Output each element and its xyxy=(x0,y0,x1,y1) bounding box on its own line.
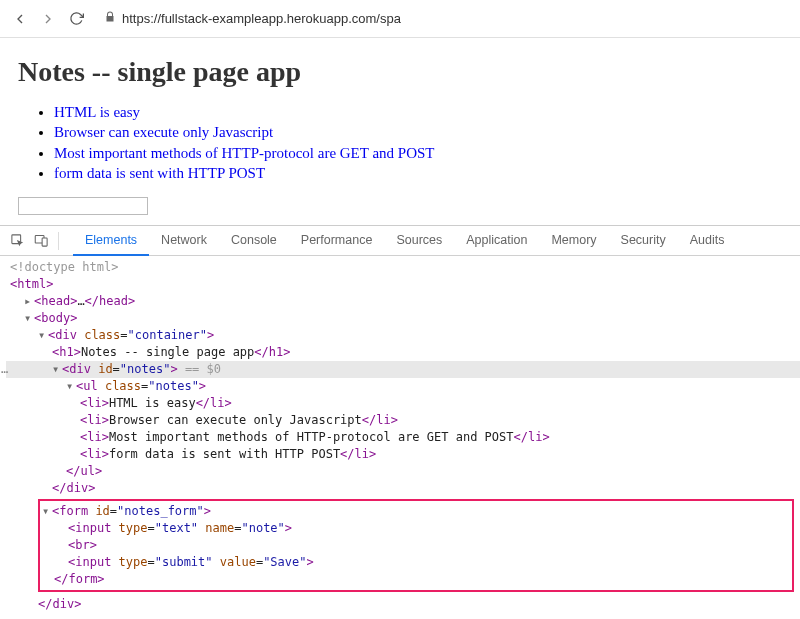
tab-console[interactable]: Console xyxy=(219,226,289,256)
note-input[interactable] xyxy=(18,197,148,215)
doctype-node[interactable]: <!doctype html> xyxy=(10,260,118,274)
tab-sources[interactable]: Sources xyxy=(384,226,454,256)
dom-tree[interactable]: <!doctype html> <html> ▸<head>…</head> ▾… xyxy=(0,256,800,619)
tab-audits[interactable]: Audits xyxy=(678,226,737,256)
forward-button[interactable] xyxy=(38,9,58,29)
lock-icon xyxy=(104,11,116,26)
reload-button[interactable] xyxy=(66,9,86,29)
tab-network[interactable]: Network xyxy=(149,226,219,256)
tab-application[interactable]: Application xyxy=(454,226,539,256)
address-bar[interactable]: https://fullstack-exampleapp.herokuapp.c… xyxy=(94,11,790,26)
tab-performance[interactable]: Performance xyxy=(289,226,385,256)
devtools-toolbar: Elements Network Console Performance Sou… xyxy=(0,226,800,256)
tab-elements[interactable]: Elements xyxy=(73,226,149,256)
notes-list: HTML is easy Browser can execute only Ja… xyxy=(18,102,782,183)
page-title: Notes -- single page app xyxy=(18,56,782,88)
selected-node[interactable]: …▾<div id="notes"> == $0 xyxy=(6,361,800,378)
list-item[interactable]: form data is sent with HTTP POST xyxy=(54,163,782,183)
tab-security[interactable]: Security xyxy=(609,226,678,256)
list-item[interactable]: HTML is easy xyxy=(54,102,782,122)
svg-rect-2 xyxy=(42,238,47,246)
form-highlight-box: ▾<form id="notes_form"> <input type="tex… xyxy=(38,499,794,592)
tab-memory[interactable]: Memory xyxy=(539,226,608,256)
devtools-tabs: Elements Network Console Performance Sou… xyxy=(73,226,736,256)
page-content: Notes -- single page app HTML is easy Br… xyxy=(0,38,800,225)
device-icon[interactable] xyxy=(32,232,50,250)
devtools-panel: Elements Network Console Performance Sou… xyxy=(0,225,800,619)
inspect-icon[interactable] xyxy=(8,232,26,250)
list-item[interactable]: Most important methods of HTTP-protocol … xyxy=(54,143,782,163)
browser-toolbar: https://fullstack-exampleapp.herokuapp.c… xyxy=(0,0,800,38)
url-text: https://fullstack-exampleapp.herokuapp.c… xyxy=(122,11,401,26)
back-button[interactable] xyxy=(10,9,30,29)
list-item[interactable]: Browser can execute only Javascript xyxy=(54,122,782,142)
